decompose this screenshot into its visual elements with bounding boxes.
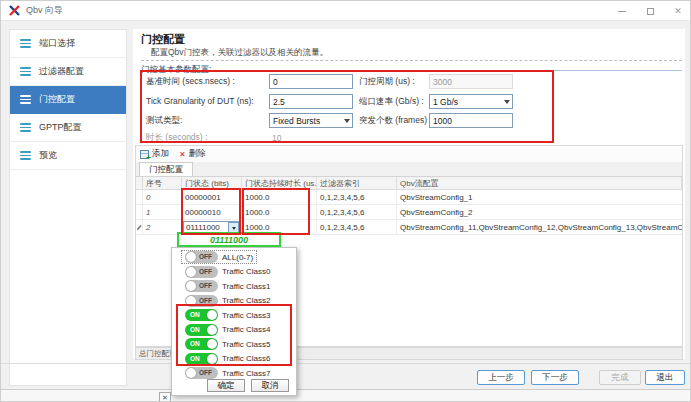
test-type-select[interactable]: Fixed Bursts [269,113,353,128]
delete-row-label: 删除 [189,148,206,160]
minimize-button[interactable] [608,1,636,21]
table-header-row: 序号 门状态 (bits) 门状态持续时长 (us.ns) 过滤器索引 Qbv流… [136,177,682,190]
toggle-switch-tc7[interactable]: OFF [185,367,218,379]
page-subtitle: 配置Qbv门控表，关联过滤器以及相关的流量。 [151,47,328,59]
base-time-label: 基准时间 (secs.nsecs) : [146,74,235,89]
cell-duration[interactable]: 1000.0 [242,205,317,219]
col-header-filter-index: 过滤器索引 [317,177,397,189]
dropdown-button[interactable] [228,222,239,233]
toggle-switch-tc4[interactable]: ON [185,324,218,336]
col-header-gate-state: 门状态 (bits) [182,177,242,189]
toggle-row-tc6[interactable]: ON Traffic Class6 [172,352,296,367]
cell-stream-config[interactable]: QbvStreamConfig_2 [397,205,682,219]
toggle-label: Traffic Class1 [222,282,270,291]
close-icon: ✕ [674,7,682,16]
sidebar-item-gate-config[interactable]: 门控配置 [10,86,126,114]
toggle-knob [186,267,196,277]
toggle-label: Traffic Class6 [222,354,270,363]
port-speed-value: 1 Gb/s [433,97,458,107]
sidebar-item-label: 预览 [39,149,57,162]
toggle-switch-tc1[interactable]: OFF [185,280,218,292]
cell-duration[interactable]: 1000.0 [242,190,317,204]
maximize-icon [647,8,654,15]
toggle-switch-tc0[interactable]: OFF [185,266,218,278]
sidebar-item-port-select[interactable]: 端口选择 [10,30,126,58]
table-row[interactable]: 1 00000010 1000.0 0,1,2,3,4,5,6 QbvStrea… [136,205,682,220]
cell-gate-state[interactable]: 00000001 [182,190,242,204]
bottom-separator [1,363,691,364]
toggle-switch-tc2[interactable]: OFF [185,295,218,307]
gate-cycle-label: 门控周期 (us) : [359,74,415,89]
cell-stream-config[interactable]: QbvStreamConfig_1 [397,190,682,204]
port-speed-select[interactable]: 1 Gb/s [429,94,513,109]
toggle-row-tc0[interactable]: OFF Traffic Class0 [172,265,296,280]
toggle-label: Traffic Class2 [222,296,270,305]
burst-count-input[interactable]: 1000 [429,113,513,128]
sidebar-item-gptp-config[interactable]: GPTP配置 [10,114,126,142]
exit-button[interactable]: 退出 [645,370,685,385]
delete-x-icon: ✕ [179,150,186,159]
add-row-label: 添加 [152,148,169,160]
toggle-switch-tc6[interactable]: ON [185,353,218,365]
finish-button[interactable]: 完成 [599,370,641,385]
col-header-index: 序号 [143,177,182,189]
ok-button[interactable]: 确定 [207,379,245,392]
page-title: 门控配置 [141,32,185,47]
toggle-knob [207,354,217,364]
toggle-state: OFF [199,251,218,263]
tab-gate-config[interactable]: 门控配置 [139,162,193,176]
toggle-row-tc1[interactable]: OFF Traffic Class1 [172,279,296,294]
tick-granularity-input[interactable]: 2.5 [269,94,353,109]
list-icon [20,67,31,76]
toggle-row-tc5[interactable]: ON Traffic Class5 [172,337,296,352]
toggle-switch-all[interactable]: OFF [185,251,218,263]
prev-step-button[interactable]: 上一步 [477,370,525,385]
chevron-down-icon [344,119,350,126]
table-tabstrip: 门控配置 [136,162,682,177]
window-bottom-strip [1,390,691,402]
toggle-switch-tc3[interactable]: ON [185,309,218,321]
cell-filter-index[interactable]: 0,1,2,3,4,5,6 [317,220,397,234]
list-icon [20,39,31,48]
toggle-label: Traffic Class7 [222,369,270,378]
toggle-row-tc2[interactable]: OFF Traffic Class2 [172,294,296,309]
close-button[interactable]: ✕ [664,1,691,21]
cell-filter-index[interactable]: 0,1,2,3,4,5,6 [317,190,397,204]
cell-gate-state[interactable]: 00000010 [182,205,242,219]
toggle-label: Traffic Class3 [222,311,270,320]
cancel-button[interactable]: 取消 [251,379,289,392]
toggle-knob [186,281,196,291]
app-logo-icon [9,5,20,16]
base-time-input[interactable]: 0 [269,74,353,89]
toggle-knob [207,325,217,335]
burst-count-label: 突发个数 (frames) : [359,113,432,128]
delete-row-button[interactable]: ✕ 删除 [179,148,206,160]
toggle-label: Traffic Class4 [222,325,270,334]
cell-stream-config[interactable]: QbvStreamConfig_11,QbvStreamConfig_12,Qb… [397,220,682,234]
toggle-switch-tc5[interactable]: ON [185,338,218,350]
table-row[interactable]: 0 00000001 1000.0 0,1,2,3,4,5,6 QbvStrea… [136,190,682,205]
popup-close-box[interactable]: ✕ [159,392,171,402]
qbv-wizard-window: Qbv 向导 ✕ 端口选择 过滤器配置 门控配置 GPTP配置 预览 [0,0,691,402]
toggle-row-all[interactable]: OFF ALL(0-7) [172,250,296,265]
col-header-duration: 门状态持续时长 (us.ns) [242,177,317,189]
maximize-button[interactable] [636,1,664,21]
sidebar-item-preview[interactable]: 预览 [10,142,126,170]
toggle-row-tc3[interactable]: ON Traffic Class3 [172,308,296,323]
add-row-button[interactable]: 添加 [140,148,169,160]
duration-label: 时长 (seconds) : [146,130,207,145]
cell-filter-index[interactable]: 0,1,2,3,4,5,6 [317,205,397,219]
sidebar-item-filter-config[interactable]: 过滤器配置 [10,58,126,86]
gate-bits-preview: 01111000 [177,232,281,247]
pencil-icon [136,224,142,231]
window-controls: ✕ [608,1,691,21]
chevron-down-icon [504,100,510,107]
toggle-state: OFF [199,367,218,379]
group-divider-line [216,70,682,71]
toggle-state: OFF [199,295,218,307]
next-step-button[interactable]: 下一步 [531,370,579,385]
list-icon [20,151,31,160]
toggle-row-tc4[interactable]: ON Traffic Class4 [172,323,296,338]
toggle-knob [186,252,196,262]
col-header-stream-config: Qbv流配置 [397,177,682,189]
